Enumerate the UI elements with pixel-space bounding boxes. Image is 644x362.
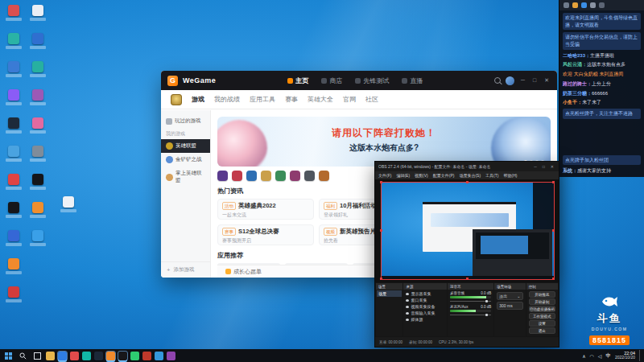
wegame-top-tab[interactable]: 直播 bbox=[402, 76, 423, 85]
obs-menu-item[interactable]: 配置文件(P) bbox=[433, 173, 455, 178]
chat-username[interactable]: 系统： bbox=[563, 168, 577, 173]
obs-control-button[interactable]: 开始录制 bbox=[529, 298, 556, 305]
volume-icon[interactable]: ◁ bbox=[598, 353, 602, 359]
volume-slider[interactable] bbox=[450, 314, 491, 316]
wegame-nav-tab[interactable]: 官网 bbox=[343, 95, 356, 104]
desktop-icon[interactable] bbox=[3, 117, 24, 134]
promo-banner[interactable]: 请用以下阵容打败她！ 这版本水炮有点多? bbox=[217, 117, 551, 167]
desktop-icon[interactable] bbox=[3, 5, 24, 21]
champion-icon[interactable] bbox=[304, 171, 315, 181]
preview-display-capture[interactable] bbox=[382, 183, 554, 279]
visibility-eye-icon[interactable] bbox=[406, 293, 409, 295]
obs-control-button[interactable]: 工作室模式 bbox=[529, 313, 556, 319]
champion-icon[interactable] bbox=[217, 171, 228, 181]
taskbar-app[interactable] bbox=[58, 352, 67, 360]
sidebar-game-item[interactable]: 英雄联盟 bbox=[161, 139, 210, 153]
transition-duration[interactable]: 300 ms bbox=[497, 302, 522, 310]
obs-titlebar[interactable]: OBS 27.2.4 (64-bit, windows) - 配置文件: 未命名… bbox=[375, 162, 559, 171]
wegame-nav-tab[interactable]: 英雄大全 bbox=[308, 95, 333, 104]
search-icon[interactable] bbox=[494, 77, 501, 84]
selection-handle[interactable] bbox=[380, 181, 382, 183]
close-icon[interactable]: ✕ bbox=[543, 77, 551, 84]
scene-item[interactable]: 场景 bbox=[377, 290, 402, 297]
visibility-eye-icon[interactable] bbox=[406, 312, 409, 315]
wegame-nav-tab[interactable]: 赛事 bbox=[285, 95, 298, 104]
taskbar-app[interactable] bbox=[167, 352, 175, 360]
chat-username[interactable]: 小鱼干： bbox=[563, 100, 582, 105]
champion-icon[interactable] bbox=[261, 171, 271, 181]
obs-menu-item[interactable]: 编辑(E) bbox=[396, 173, 410, 178]
start-button[interactable] bbox=[2, 350, 14, 361]
transition-select[interactable]: 淡出 ⌄ bbox=[497, 292, 522, 300]
sidebar-recent-games[interactable]: 玩过的游戏 bbox=[161, 115, 210, 127]
desktop-icon[interactable] bbox=[27, 202, 48, 218]
desktop-icon[interactable] bbox=[3, 89, 24, 105]
wishlist-entry[interactable]: 成长心愿单 bbox=[225, 268, 262, 276]
selection-handle[interactable] bbox=[552, 181, 555, 183]
chat-message-list[interactable]: 欢迎来到直播间，斗鱼倡导绿色直播，请文明观看 请勿轻信平台外交易信息，谨防上当受… bbox=[559, 13, 644, 150]
champion-icon[interactable] bbox=[232, 171, 242, 181]
source-item[interactable]: 视频采集设备 bbox=[404, 303, 446, 310]
visibility-eye-icon[interactable] bbox=[406, 299, 409, 302]
desktop-icon[interactable] bbox=[3, 230, 24, 246]
obs-control-button[interactable]: 设置 bbox=[529, 320, 556, 327]
slider-knob[interactable] bbox=[485, 314, 488, 316]
selection-handle[interactable] bbox=[466, 181, 469, 183]
wegame-titlebar[interactable]: G WeGame 主页 商店 先锋测试 bbox=[161, 71, 557, 90]
desktop-icon[interactable] bbox=[27, 230, 48, 246]
wegame-nav-tab[interactable]: 我的战绩 bbox=[214, 95, 240, 104]
wegame-nav-tab[interactable]: 游戏 bbox=[192, 95, 204, 104]
taskbar-app[interactable] bbox=[46, 352, 55, 360]
selection-handle[interactable] bbox=[552, 229, 555, 232]
champion-icon[interactable] bbox=[275, 171, 286, 181]
chat-header-icon[interactable] bbox=[599, 2, 605, 8]
chat-username[interactable]: 路过的骑士： bbox=[563, 81, 592, 86]
network-icon[interactable]: ◠ bbox=[590, 353, 594, 359]
taskbar-app[interactable] bbox=[130, 352, 139, 360]
obs-menu-item[interactable]: 场景集合(S) bbox=[459, 173, 481, 178]
obs-menu-item[interactable]: 文件(F) bbox=[378, 173, 391, 178]
slider-knob[interactable] bbox=[485, 300, 488, 302]
champion-icon[interactable] bbox=[246, 171, 257, 181]
obs-menu-item[interactable]: 工具(T) bbox=[485, 173, 498, 178]
selection-handle[interactable] bbox=[380, 278, 382, 280]
show-desktop-button[interactable] bbox=[639, 350, 642, 361]
maximize-icon[interactable]: □ bbox=[531, 77, 538, 84]
desktop-icon[interactable] bbox=[27, 89, 48, 105]
wegame-nav-tab[interactable]: 应用工具 bbox=[250, 95, 275, 104]
ime-indicator[interactable]: 中 bbox=[605, 352, 611, 360]
desktop-icon[interactable] bbox=[3, 146, 24, 162]
desktop-icon[interactable] bbox=[3, 258, 24, 274]
desktop-icon[interactable] bbox=[27, 146, 48, 162]
desktop-icon[interactable] bbox=[3, 202, 24, 218]
desktop-icon[interactable] bbox=[27, 33, 48, 49]
champion-icon[interactable] bbox=[319, 171, 329, 181]
chat-header-icon[interactable] bbox=[572, 2, 578, 8]
chat-header-icon[interactable] bbox=[564, 2, 569, 8]
sidebar-game-item[interactable]: 金铲铲之战 bbox=[161, 153, 210, 167]
chat-username[interactable]: 风起云涌： bbox=[563, 62, 587, 67]
task-view-button[interactable] bbox=[31, 350, 43, 361]
avatar[interactable] bbox=[506, 76, 514, 85]
desktop-icon[interactable] bbox=[3, 286, 24, 302]
taskbar-clock[interactable]: 22:04 2022/10/20 bbox=[615, 352, 635, 360]
visibility-eye-icon[interactable] bbox=[406, 319, 409, 321]
selection-handle[interactable] bbox=[380, 229, 382, 232]
desktop-icon[interactable] bbox=[3, 61, 24, 77]
obs-control-button[interactable]: 开始推流 bbox=[529, 291, 556, 298]
desktop-icon[interactable] bbox=[3, 33, 24, 49]
desktop-icon[interactable] bbox=[27, 61, 48, 77]
obs-control-button[interactable]: 启动虚拟摄像机 bbox=[529, 306, 556, 312]
source-item[interactable]: 音频输入采集 bbox=[404, 310, 446, 316]
desktop-icon[interactable] bbox=[27, 117, 48, 134]
chat-header-icon[interactable] bbox=[581, 2, 587, 8]
wegame-top-tab[interactable]: 先锋测试 bbox=[355, 76, 389, 85]
chat-username[interactable]: 奶茶三分糖： bbox=[563, 91, 592, 96]
obs-menu-item[interactable]: 视图(V) bbox=[415, 173, 428, 178]
wegame-top-tab[interactable]: 商店 bbox=[321, 76, 342, 85]
taskbar-app[interactable] bbox=[118, 352, 127, 360]
taskbar-app[interactable] bbox=[70, 352, 79, 360]
obs-preview[interactable] bbox=[375, 179, 559, 282]
maximize-icon[interactable]: □ bbox=[541, 164, 547, 169]
desktop-icon[interactable] bbox=[3, 174, 24, 190]
